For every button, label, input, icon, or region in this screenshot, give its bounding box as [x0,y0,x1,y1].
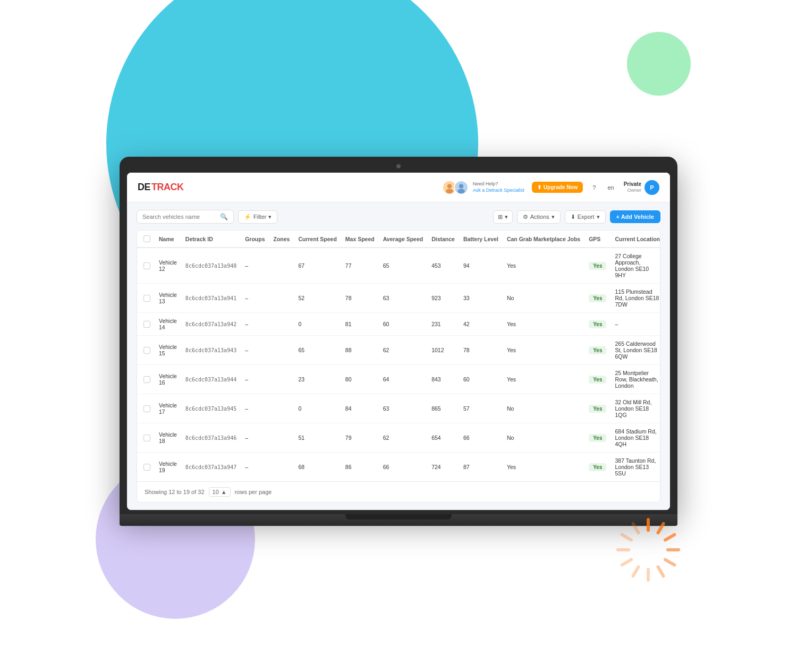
help-top-text: Need Help? [473,181,524,188]
filter-button[interactable]: ⚡ Filter ▾ [238,210,277,224]
col-distance[interactable]: Distance [427,231,459,248]
vehicle-name[interactable]: Vehicle 16 [155,365,181,394]
col-groups[interactable]: Groups [241,231,269,248]
svg-rect-9 [616,548,630,551]
gps-badge: Yes [589,294,606,302]
laptop-camera [396,164,401,168]
upgrade-button[interactable]: ⬆ Upgrade Now [532,182,583,193]
col-name[interactable]: Name [155,231,181,248]
groups: – [241,248,269,284]
average-speed: 66 [379,453,427,482]
gps-cell: Yes [584,248,611,284]
row-checkbox[interactable] [143,295,150,302]
col-checkbox [137,231,155,248]
battery-level: 57 [459,394,503,423]
col-gps[interactable]: GPS [584,231,611,248]
laptop-hinge [345,514,452,520]
add-vehicle-label: + Add Vehicle [616,214,654,220]
gps-cell: Yes [584,423,611,453]
current-location: 25 Montpelier Row, Blackheath, London [611,365,660,394]
user-name: Private [624,181,641,188]
col-marketplace[interactable]: Can Grab Marketplace Jobs [503,231,584,248]
vehicle-name[interactable]: Vehicle 12 [155,248,181,284]
max-speed: 86 [341,453,379,482]
current-speed: 0 [294,313,341,336]
question-button[interactable]: ? [590,182,598,193]
language-button[interactable]: en [605,182,616,193]
col-detrack-id[interactable]: Detrack ID [181,231,241,248]
laptop-body: DETRACK Need Help? [120,157,677,514]
toolbar: 🔍 ⚡ Filter ▾ ⊞ ▾ [137,210,660,224]
row-checkbox[interactable] [143,262,150,269]
battery-level: 42 [459,313,503,336]
row-checkbox-cell [137,313,155,336]
vehicle-name[interactable]: Vehicle 15 [155,336,181,365]
distance: 654 [427,423,459,453]
col-zones[interactable]: Zones [269,231,294,248]
row-checkbox-cell [137,394,155,423]
row-checkbox-cell [137,336,155,365]
svg-rect-10 [620,532,634,542]
vehicle-name[interactable]: Vehicle 19 [155,453,181,482]
header-right: Need Help? Ask a Detrack Specialist ⬆ Up… [442,180,659,195]
row-checkbox[interactable] [143,405,150,412]
can-grab: Yes [503,248,584,284]
columns-button[interactable]: ⊞ ▾ [493,210,513,224]
search-box[interactable]: 🔍 [137,210,234,224]
columns-chevron: ▾ [505,214,508,220]
col-average-speed[interactable]: Average Speed [379,231,427,248]
row-checkbox[interactable] [143,347,150,354]
vehicle-name[interactable]: Vehicle 17 [155,394,181,423]
upgrade-label: Upgrade Now [544,184,578,190]
detrack-id: 8c6cdc037a13a944 [181,365,241,394]
max-speed: 84 [341,394,379,423]
row-checkbox-cell [137,284,155,313]
gps-badge: Yes [589,346,606,354]
table-row: Vehicle 18 8c6cdc037a13a946 – 51 79 62 6… [137,423,660,453]
current-speed: 52 [294,284,341,313]
table-header-row: Name Detrack ID Groups Zones Current Spe… [137,231,660,248]
can-grab: Yes [503,365,584,394]
current-location: 27 College Approach, London SE10 9HY [611,248,660,284]
export-button[interactable]: ⬇ Export ▾ [565,210,606,224]
detrack-id: 8c6cdc037a13a945 [181,394,241,423]
distance: 453 [427,248,459,284]
row-checkbox[interactable] [143,321,150,328]
col-current-speed[interactable]: Current Speed [294,231,341,248]
table-row: Vehicle 13 8c6cdc037a13a941 – 52 78 63 9… [137,284,660,313]
add-vehicle-button[interactable]: + Add Vehicle [610,210,660,223]
vehicle-name[interactable]: Vehicle 14 [155,313,181,336]
row-checkbox[interactable] [143,464,150,471]
row-checkbox[interactable] [143,376,150,383]
vehicle-name[interactable]: Vehicle 13 [155,284,181,313]
detrack-id: 8c6cdc037a13a941 [181,284,241,313]
svg-point-17 [457,189,465,193]
gps-badge: Yes [589,376,606,384]
col-battery[interactable]: Battery Level [459,231,503,248]
app-content: 🔍 ⚡ Filter ▾ ⊞ ▾ [127,202,670,510]
filter-icon: ⚡ [244,214,251,220]
help-bottom-text[interactable]: Ask a Detrack Specialist [473,188,524,194]
search-icon[interactable]: 🔍 [220,213,228,220]
gps-cell: Yes [584,365,611,394]
vehicle-name[interactable]: Vehicle 18 [155,423,181,453]
current-location: 115 Plumstead Rd, London SE18 7DW [611,284,660,313]
pagination: Showing 12 to 19 of 32 10 ▲ rows per pag… [137,481,660,502]
max-speed: 77 [341,248,379,284]
rows-per-page-select[interactable]: 10 ▲ [209,487,231,497]
zones [269,313,294,336]
col-max-speed[interactable]: Max Speed [341,231,379,248]
can-grab: Yes [503,313,584,336]
showing-text: Showing 12 to 19 of 32 [145,489,205,495]
row-checkbox[interactable] [143,435,150,441]
col-location[interactable]: Current Location [611,231,660,248]
select-all-checkbox[interactable] [143,235,150,242]
actions-button[interactable]: ⚙ Actions ▾ [517,210,561,224]
distance: 724 [427,453,459,482]
search-input[interactable] [142,214,217,220]
average-speed: 63 [379,394,427,423]
zones [269,365,294,394]
distance: 923 [427,284,459,313]
user-avatar[interactable]: P [645,180,659,195]
spinner-decoration [606,507,691,592]
